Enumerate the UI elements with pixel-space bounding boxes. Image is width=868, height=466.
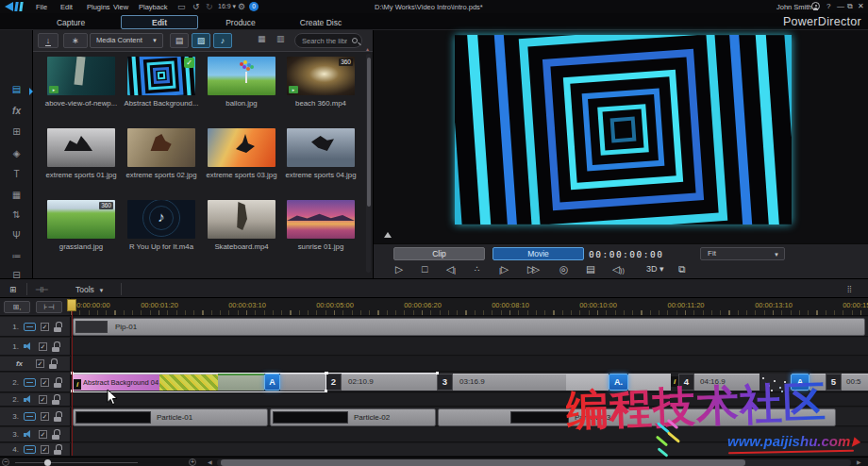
lock-icon[interactable] [54, 444, 62, 455]
clip-info-icon[interactable]: i [74, 379, 81, 390]
transition-room-icon[interactable]: ▦ [0, 188, 33, 205]
redo-icon[interactable]: ↻ [206, 1, 213, 12]
media-item[interactable]: ballon.jpg [201, 57, 282, 117]
clip-segment[interactable] [218, 374, 264, 391]
track4-video-lane[interactable] [71, 443, 868, 457]
snapshot-camera-icon[interactable]: ◎ [559, 262, 568, 275]
voice-over-room-icon[interactable]: Ψ [0, 228, 33, 245]
track-enable-checkbox[interactable]: ✓ [36, 359, 44, 368]
play-icon[interactable]: ▷ [395, 262, 403, 275]
fast-forward-icon[interactable]: ▷▷ [527, 262, 537, 275]
track-enable-checkbox[interactable]: ✓ [41, 378, 49, 387]
undo-icon[interactable]: ↺ [192, 1, 200, 12]
track-enable-checkbox[interactable]: ✓ [39, 430, 47, 439]
track-enable-checkbox[interactable]: ✓ [41, 412, 49, 421]
media-item[interactable]: extreme sports 03.jpg [201, 128, 282, 189]
select-mode-icon[interactable]: ▭ [177, 1, 186, 12]
volume-icon[interactable]: ◁)) [612, 262, 625, 277]
lock-icon[interactable] [52, 429, 60, 440]
library-scrollbar[interactable] [366, 54, 371, 273]
timeline-clip[interactable]: Particle-03 [438, 408, 836, 426]
media-item[interactable]: extreme sports 01.jpg [41, 128, 122, 189]
user-name[interactable]: John Smith [776, 3, 812, 11]
clip-segment[interactable] [280, 374, 326, 391]
title-room-icon[interactable]: T [0, 167, 33, 184]
media-item[interactable]: extreme sports 04.jpg [280, 128, 361, 189]
timeline-clip[interactable]: Pip-01 [73, 318, 865, 336]
clip-segment[interactable] [810, 374, 826, 391]
3d-mode-button[interactable]: 3D ▾ [646, 262, 664, 275]
aspect-ratio-dropdown[interactable]: 16:9 ▾ [218, 3, 236, 10]
media-item[interactable]: 360 grassland.jpg [41, 200, 122, 260]
zoom-fit-dropdown[interactable]: Fit▼ [700, 247, 785, 260]
tab-edit[interactable]: Edit [121, 15, 198, 29]
lock-icon[interactable] [54, 322, 62, 332]
scroll-up-icon[interactable]: ▲ [365, 46, 370, 52]
track-enable-checkbox[interactable]: ✓ [39, 395, 47, 404]
lock-icon[interactable] [49, 358, 58, 369]
tab-create-disc[interactable]: Create Disc [288, 17, 354, 28]
timeline-view-icon[interactable]: ⊞ [9, 285, 16, 294]
zoom-in-icon[interactable]: + [189, 458, 196, 466]
particle-room-icon[interactable]: ◈ [0, 146, 33, 163]
segment-number-badge[interactable]: 2 [326, 374, 342, 391]
audio-mixing-room-icon[interactable]: ⇅ [0, 208, 33, 225]
segment-number-badge[interactable]: 3 [437, 374, 453, 391]
track-manager-button[interactable]: ⊞, [4, 301, 30, 313]
playhead-line[interactable] [72, 299, 73, 456]
transition-icon[interactable]: A. [609, 374, 628, 391]
zoom-out-icon[interactable]: − [2, 458, 9, 466]
clip-pattern-segment[interactable] [159, 374, 218, 391]
playhead-marker-icon[interactable] [67, 299, 76, 311]
pip-objects-room-icon[interactable]: ⊞ [0, 125, 33, 141]
menu-file[interactable]: File [36, 3, 47, 11]
timecode-display[interactable]: 00:00:00:00 [589, 249, 663, 259]
transition-icon[interactable]: A [791, 374, 810, 391]
clip-segment[interactable] [760, 374, 791, 391]
lock-icon[interactable] [54, 377, 62, 388]
library-category-dropdown[interactable]: Media Content▼ [90, 33, 163, 48]
toolbar-overflow-icon[interactable]: ⁞⁞ [847, 285, 852, 294]
detail-view-icon[interactable]: ▥ [276, 34, 285, 43]
scrollbar-thumb[interactable] [221, 459, 745, 466]
tools-dropdown[interactable]: Tools ▼ [75, 285, 105, 294]
restore-icon[interactable]: ⧉ [847, 2, 853, 11]
preview-quality-icon[interactable]: ▤ [586, 262, 595, 275]
notification-badge[interactable]: 0 [249, 2, 259, 11]
horizontal-scrollbar[interactable] [217, 459, 851, 466]
lock-icon[interactable] [52, 394, 60, 405]
tab-produce[interactable]: Produce [212, 17, 269, 28]
next-frame-icon[interactable]: |▷ [499, 262, 509, 277]
track-enable-checkbox[interactable]: ✓ [41, 445, 49, 454]
transition-icon[interactable]: A [264, 374, 280, 391]
tab-capture[interactable]: Capture [42, 17, 99, 28]
minimize-icon[interactable]: — [837, 2, 844, 11]
scroll-right-icon[interactable]: ▶ [857, 459, 861, 466]
filter-video-icon[interactable]: ▤ [170, 33, 189, 48]
track3-audio-lane[interactable] [71, 427, 868, 442]
clip-segment[interactable] [628, 374, 671, 391]
filter-music-icon[interactable]: ♪ [213, 33, 232, 48]
help-button[interactable]: ? [826, 2, 830, 11]
filter-photo-icon[interactable]: ▨ [192, 33, 210, 48]
media-room-icon[interactable]: ▤ [0, 82, 33, 99]
seek-marker-button-icon[interactable]: ∴ [475, 262, 480, 275]
user-avatar-icon[interactable] [811, 2, 820, 10]
clip-mode-button[interactable]: Clip [393, 247, 485, 260]
media-item[interactable]: extreme sports 02.jpg [121, 128, 202, 189]
menu-playback[interactable]: Playback [139, 3, 167, 11]
track-enable-checkbox[interactable]: ✓ [41, 323, 49, 331]
track2-audio-lane[interactable] [71, 393, 868, 407]
media-item[interactable]: ♪ R You Up for It.m4a [121, 200, 202, 260]
preview-video[interactable] [455, 35, 792, 225]
grid-view-icon[interactable]: ▦ [258, 34, 266, 43]
range-select-button[interactable]: ⊦⊣ [36, 301, 62, 313]
lock-icon[interactable] [52, 341, 60, 352]
menu-edit[interactable]: Edit [60, 3, 73, 11]
menu-view[interactable]: View [113, 3, 128, 11]
selected-clip-segment[interactable]: Abstract Background 04 [73, 374, 159, 391]
segment-number-badge[interactable]: 4 [678, 374, 694, 391]
scrollbar-thumb[interactable] [367, 58, 371, 207]
movie-mode-button[interactable]: Movie [492, 247, 584, 260]
close-icon[interactable]: ✕ [858, 2, 864, 11]
